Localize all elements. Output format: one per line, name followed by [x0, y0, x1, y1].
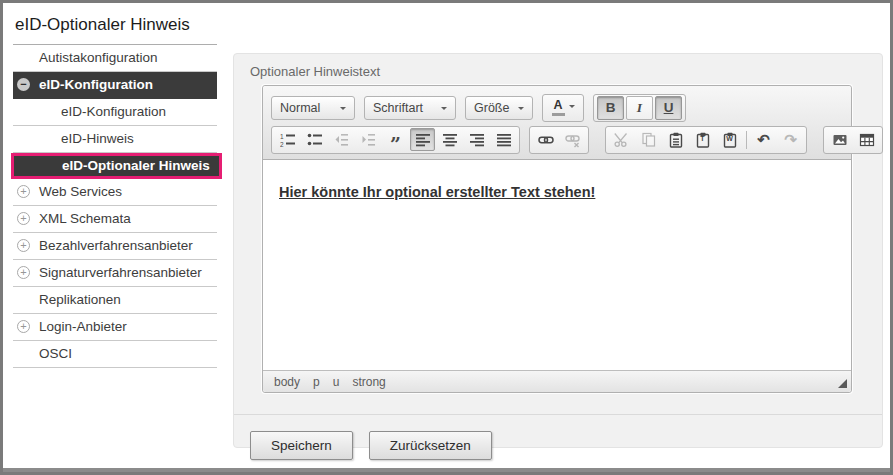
paste-as-text-button[interactable]	[690, 128, 715, 151]
redo-icon: ↷	[784, 132, 797, 147]
link-icon	[538, 132, 554, 148]
path-item-body[interactable]: body	[274, 375, 300, 389]
paragraph-format-combo[interactable]: Normal	[271, 96, 355, 120]
link-group	[529, 126, 589, 154]
clipboard-group: ↶ ↷	[605, 126, 807, 154]
cut-button[interactable]	[609, 128, 634, 151]
sidebar-item-replikationen[interactable]: Replikationen	[13, 287, 217, 314]
sidebar-item-label: eID-Optionaler Hinweis	[62, 158, 210, 173]
sidebar-item-label: Login-Anbieter	[39, 319, 127, 334]
panel-divider	[234, 414, 882, 415]
chevron-down-icon	[340, 107, 346, 113]
increase-indent-icon	[361, 132, 377, 148]
minus-circle-icon[interactable]	[17, 78, 30, 91]
insert-image-button[interactable]	[827, 128, 852, 151]
rich-text-editor: Normal Schriftart Größe	[262, 85, 852, 393]
undo-icon: ↶	[757, 132, 770, 147]
form-actions: Speichern Zurücksetzen	[250, 431, 882, 460]
sidebar-item-signaturverfahrensanbieter[interactable]: Signaturverfahrensanbieter	[13, 260, 217, 287]
bottom-scrollbar[interactable]	[3, 468, 890, 472]
editor-content-area[interactable]: Hier könnte Ihr optional erstellter Text…	[263, 184, 851, 370]
plus-circle-icon[interactable]	[17, 239, 30, 252]
sidebar-item-osci[interactable]: OSCI	[13, 341, 217, 368]
sidebar-item-bezahlverfahrensanbieter[interactable]: Bezahlverfahrensanbieter	[13, 233, 217, 260]
align-center-button[interactable]	[437, 128, 462, 151]
path-item-p[interactable]: p	[313, 375, 320, 389]
underline-button[interactable]: U	[655, 96, 682, 120]
copy-button[interactable]	[636, 128, 661, 151]
paste-from-word-button[interactable]	[717, 128, 742, 151]
sidebar-item-autistakonfiguration[interactable]: Autistakonfiguration	[13, 45, 217, 72]
plus-circle-icon[interactable]	[17, 320, 30, 333]
italic-button[interactable]: I	[626, 96, 653, 120]
text-color-group: A	[542, 94, 584, 122]
editor-element-path-bar: body p u strong	[263, 370, 851, 392]
sidebar-item-label: Web Services	[39, 184, 122, 199]
align-left-icon	[415, 132, 431, 148]
redo-button[interactable]: ↷	[778, 128, 803, 151]
editor-text[interactable]: Hier könnte Ihr optional erstellter Text…	[279, 184, 851, 200]
plus-circle-icon[interactable]	[17, 185, 30, 198]
path-item-u[interactable]: u	[333, 375, 340, 389]
path-item-strong[interactable]: strong	[352, 375, 385, 389]
sidebar-item-label: eID-Konfiguration	[39, 77, 153, 92]
sidebar-item-xml-schemata[interactable]: XML Schemata	[13, 206, 217, 233]
paste-icon	[668, 132, 684, 148]
bullet-list-icon	[307, 132, 323, 148]
sidebar-item-label: eID-Hinweis	[61, 131, 134, 146]
numbered-list-button[interactable]: 12	[275, 128, 300, 151]
font-size-combo[interactable]: Größe	[465, 96, 533, 120]
align-right-button[interactable]	[464, 128, 489, 151]
align-left-button[interactable]	[410, 128, 435, 151]
chevron-down-icon	[569, 105, 575, 111]
text-color-button[interactable]: A	[546, 96, 580, 119]
page-title: eID-Optionaler Hinweis	[13, 11, 217, 45]
plus-circle-icon[interactable]	[17, 212, 30, 225]
table-icon	[859, 132, 875, 148]
sidebar-item-login-anbieter[interactable]: Login-Anbieter	[13, 314, 217, 341]
sidebar-item-label: Autistakonfiguration	[39, 50, 158, 65]
sidebar-item-eid-hinweis[interactable]: eID-Hinweis	[13, 126, 217, 153]
decrease-indent-icon	[334, 132, 350, 148]
sidebar-item-label: XML Schemata	[39, 211, 131, 226]
resize-handle-icon[interactable]	[838, 379, 847, 388]
sidebar-item-label: OSCI	[39, 346, 72, 361]
sidebar-item-label: Bezahlverfahrensanbieter	[39, 238, 193, 253]
save-button[interactable]: Speichern	[250, 431, 353, 460]
insert-table-button[interactable]	[854, 128, 879, 151]
paragraph-group: 12	[271, 126, 520, 154]
plus-circle-icon[interactable]	[17, 266, 30, 279]
sidebar-item-eid-konfiguration-parent[interactable]: eID-Konfiguration	[13, 72, 217, 99]
paste-from-word-icon	[722, 132, 738, 148]
editor-toolbar: Normal Schriftart Größe	[263, 86, 851, 160]
sidebar-item-eid-konfiguration-sub[interactable]: eID-Konfiguration	[13, 99, 217, 126]
text-color-icon: A	[552, 99, 565, 116]
insert-group	[823, 126, 883, 154]
sidebar-item-label: eID-Konfiguration	[61, 104, 166, 119]
link-button[interactable]	[533, 128, 558, 151]
paste-button[interactable]	[663, 128, 688, 151]
sidebar-item-label: Replikationen	[39, 292, 121, 307]
undo-button[interactable]: ↶	[751, 128, 776, 151]
copy-icon	[641, 132, 657, 148]
blockquote-button[interactable]	[383, 128, 408, 151]
basic-styles-group: B I U	[593, 94, 686, 122]
svg-text:1: 1	[280, 133, 284, 140]
increase-indent-button[interactable]	[356, 128, 381, 151]
font-family-combo[interactable]: Schriftart	[364, 96, 456, 120]
sidebar-nav: Autistakonfiguration eID-Konfiguration e…	[13, 45, 217, 368]
sidebar-item-eid-optionaler-hinweis[interactable]: eID-Optionaler Hinweis	[11, 153, 222, 179]
bullet-list-button[interactable]	[302, 128, 327, 151]
sidebar: eID-Optionaler Hinweis Autistakonfigurat…	[13, 11, 217, 368]
chevron-down-icon	[441, 107, 447, 113]
reset-button[interactable]: Zurücksetzen	[369, 431, 492, 460]
decrease-indent-button[interactable]	[329, 128, 354, 151]
unlink-icon	[565, 132, 581, 148]
cut-icon	[614, 132, 630, 148]
bold-button[interactable]: B	[597, 96, 624, 120]
sidebar-item-web-services[interactable]: Web Services	[13, 179, 217, 206]
sidebar-item-label: Signaturverfahrensanbieter	[39, 265, 202, 280]
unlink-button[interactable]	[560, 128, 585, 151]
justify-button[interactable]	[491, 128, 516, 151]
justify-icon	[496, 132, 512, 148]
